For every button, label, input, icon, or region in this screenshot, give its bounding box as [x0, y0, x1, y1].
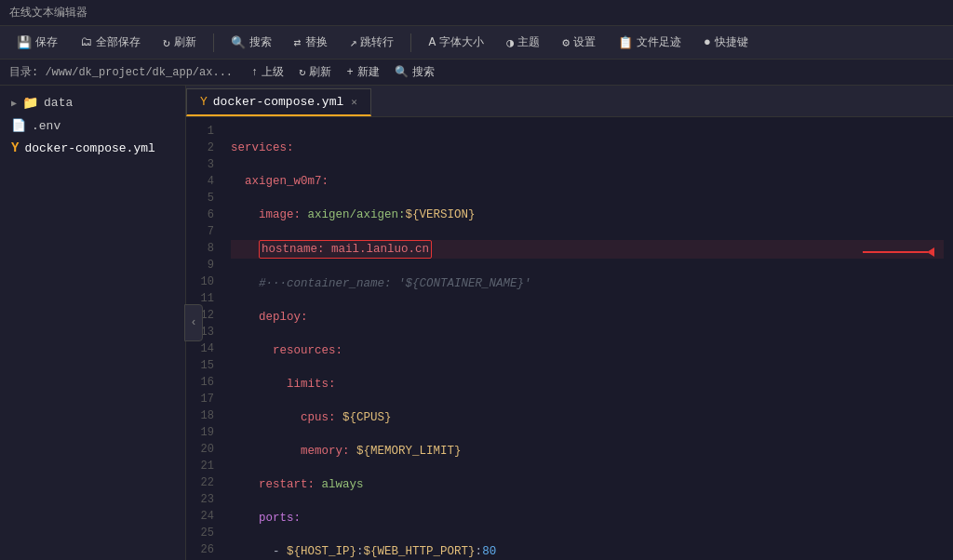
- jump-button[interactable]: ↗ 跳转行: [341, 31, 404, 54]
- search-icon: 🔍: [231, 35, 246, 50]
- font-icon: A: [428, 35, 436, 49]
- code-line-8: limits:: [231, 376, 944, 393]
- hotkeys-button[interactable]: ● 快捷键: [694, 31, 758, 54]
- sidebar-item-docker-compose[interactable]: Y docker-compose.yml: [0, 137, 185, 159]
- breadcrumb-bar: 目录: /www/dk_project/dk_app/ax... ↑ 上级 ↻ …: [0, 60, 953, 86]
- env-icon: 📄: [11, 118, 26, 133]
- folder-icon: 📁: [22, 95, 38, 111]
- sep-1: [213, 33, 214, 52]
- theme-button[interactable]: ◑ 主题: [497, 31, 549, 54]
- sidebar-item-env[interactable]: 📄 .env: [0, 114, 185, 137]
- tab-filename: docker-compose.yml: [213, 95, 343, 109]
- code-line-3: image: axigen/axigen:${VERSION}: [231, 207, 944, 223]
- sidebar-item-yaml-label: docker-compose.yml: [24, 141, 154, 155]
- theme-icon: ◑: [506, 35, 514, 50]
- refresh-button[interactable]: ↻ 刷新: [154, 31, 206, 54]
- replace-icon: ⇄: [294, 35, 302, 50]
- footprint-button[interactable]: 📋 文件足迹: [609, 31, 691, 54]
- font-size-button[interactable]: A 字体大小: [419, 31, 493, 54]
- title-text: 在线文本编辑器: [9, 5, 87, 20]
- sidebar-item-env-label: .env: [32, 119, 60, 133]
- up-button[interactable]: ↑ 上级: [251, 64, 284, 80]
- code-line-4: hostname: mail.lanluo.cn: [231, 240, 944, 259]
- tab-yaml-icon: Y: [200, 95, 208, 109]
- footprint-icon: 📋: [618, 35, 633, 50]
- tab-docker-compose[interactable]: Y docker-compose.yml ✕: [186, 88, 371, 116]
- search-button[interactable]: 🔍 搜索: [221, 31, 281, 54]
- breadcrumb-search-icon: 🔍: [395, 65, 409, 79]
- sidebar-item-data-label: data: [44, 96, 73, 110]
- folder-expand-icon: ▶: [11, 98, 17, 109]
- code-line-7: resources:: [231, 342, 944, 359]
- editor-area[interactable]: 12345 678910 1112131415 1617181920 21222…: [186, 117, 953, 560]
- chevron-left-icon: ‹: [190, 316, 196, 329]
- sidebar: ▶ 📁 data 📄 .env Y docker-compose.yml: [0, 86, 186, 560]
- code-line-6: deploy:: [231, 309, 944, 326]
- code-line-9: cpus: ${CPUS}: [231, 409, 944, 426]
- editor-content: 12345 678910 1112131415 1617181920 21222…: [186, 117, 953, 560]
- breadcrumb-path: 目录: /www/dk_project/dk_app/ax...: [9, 64, 233, 80]
- title-bar: 在线文本编辑器: [0, 0, 953, 26]
- save-all-icon: 🗂: [80, 35, 92, 49]
- code-line-12: ports:: [231, 510, 944, 527]
- hotkeys-icon: ●: [704, 35, 711, 49]
- settings-icon: ⚙: [562, 35, 570, 50]
- code-lines: services: axigen_w0m7: image: axigen/axi…: [221, 117, 953, 560]
- code-line-10: memory: ${MEMORY_LIMIT}: [231, 443, 944, 460]
- up-icon: ↑: [251, 66, 258, 79]
- tab-close-button[interactable]: ✕: [351, 96, 357, 108]
- save-button[interactable]: 💾 保存: [7, 31, 67, 54]
- collapse-sidebar-button[interactable]: ‹: [184, 304, 203, 341]
- sep-2: [410, 33, 411, 52]
- code-line-11: restart: always: [231, 476, 944, 493]
- replace-button[interactable]: ⇄ 替换: [285, 31, 337, 54]
- jump-icon: ↗: [350, 35, 357, 50]
- save-all-button[interactable]: 🗂 全部保存: [71, 31, 150, 54]
- code-line-13: - ${HOST_IP}:${WEB_HTTP_PORT}:80: [231, 543, 944, 560]
- refresh-icon: ↻: [163, 35, 170, 50]
- settings-button[interactable]: ⚙ 设置: [553, 31, 605, 54]
- code-line-2: axigen_w0m7:: [231, 173, 944, 190]
- yaml-icon: Y: [11, 140, 19, 155]
- breadcrumb-search-button[interactable]: 🔍 搜索: [395, 64, 435, 80]
- tab-bar: Y docker-compose.yml ✕: [186, 86, 953, 117]
- toolbar: 💾 保存 🗂 全部保存 ↻ 刷新 🔍 搜索 ⇄ 替换 ↗ 跳转行 A 字体大小 …: [0, 26, 953, 60]
- code-line-1: services:: [231, 140, 944, 156]
- new-icon: +: [346, 66, 353, 79]
- new-file-button[interactable]: + 新建: [346, 64, 379, 80]
- sidebar-item-data[interactable]: ▶ 📁 data: [0, 91, 185, 114]
- breadcrumb-refresh-button[interactable]: ↻ 刷新: [299, 64, 331, 80]
- code-line-5: #···container_name: '${CONTAINER_NAME}': [231, 275, 944, 292]
- save-icon: 💾: [17, 35, 32, 50]
- breadcrumb-refresh-icon: ↻: [299, 65, 305, 79]
